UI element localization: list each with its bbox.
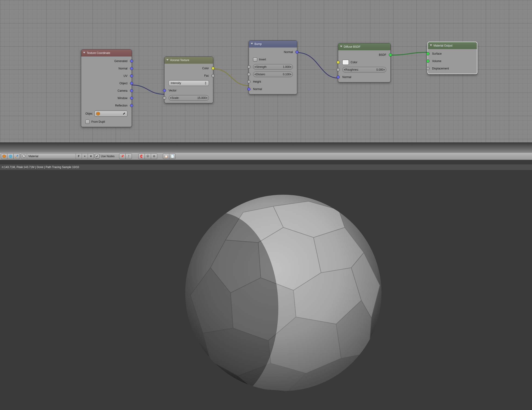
socket-in-normal[interactable]	[247, 88, 250, 91]
socket-in-strength[interactable]	[247, 65, 250, 68]
output-normal: Normal	[284, 50, 293, 54]
status-text: n:143.71M, Peak:143.71M | Done | Path Tr…	[2, 166, 79, 169]
node-title[interactable]: Texture Coordinate	[81, 49, 132, 57]
material-name[interactable]: Material	[27, 155, 76, 158]
fake-user-button[interactable]: F	[76, 154, 82, 159]
node-title[interactable]: Diffuse BSDF	[338, 43, 390, 50]
socket-out-camera[interactable]	[130, 89, 133, 92]
input-normal: Normal	[253, 88, 262, 91]
input-normal: Normal	[342, 76, 351, 79]
from-dupli-checkbox[interactable]	[85, 120, 89, 124]
distance-label: Distanc	[256, 73, 273, 76]
input-surface: Surface	[432, 52, 442, 55]
socket-out-normal[interactable]	[130, 67, 133, 70]
status-bar: n:143.71M, Peak:143.71M | Done | Path Tr…	[0, 164, 532, 170]
object-mode-icon[interactable]	[1, 154, 7, 159]
node-title[interactable]: Bump	[249, 40, 297, 48]
distance-field[interactable]: Distanc 0.100	[253, 71, 293, 77]
invert-label: Invert	[259, 58, 266, 61]
paste-icon[interactable]: 📄	[169, 154, 176, 159]
socket-in-color[interactable]	[337, 61, 340, 64]
render-preview-sphere	[183, 192, 384, 394]
socket-in-vector[interactable]	[163, 89, 166, 92]
output-generated: Generated	[114, 59, 127, 63]
socket-out-normal[interactable]	[295, 50, 299, 54]
material-sphere-icon[interactable]	[21, 154, 27, 159]
socket-in-surface[interactable]	[426, 52, 429, 55]
scale-field-value: 15.000	[189, 96, 206, 99]
add-button[interactable]: +	[82, 154, 88, 159]
snap-icon[interactable]: 🧲	[138, 154, 145, 159]
node-voronoi-texture[interactable]: Voronoi Texture Color Fac Intensity ▲▼ V…	[164, 57, 213, 103]
socket-in-normal[interactable]	[337, 76, 340, 79]
node-title-label: Diffuse BSDF	[344, 45, 360, 48]
input-displacement: Displacement	[432, 67, 449, 70]
output-object: Object	[119, 82, 127, 85]
output-bsdf: BSDF	[379, 53, 386, 57]
socket-out-uv[interactable]	[130, 74, 133, 78]
color-swatch[interactable]	[342, 60, 349, 65]
output-normal: Normal	[118, 67, 127, 70]
output-color: Color	[202, 67, 209, 70]
node-title[interactable]: Voronoi Texture	[164, 57, 213, 64]
copy-icon[interactable]: 📋	[163, 154, 169, 159]
3d-viewport[interactable]	[0, 170, 532, 410]
node-texture-coordinate[interactable]: Texture Coordinate Generated Normal UV O…	[81, 49, 132, 127]
output-window: Window	[117, 97, 127, 100]
use-nodes-toggle[interactable]: Use Nodes	[95, 154, 114, 159]
roughness-label: Roughnes:	[345, 68, 364, 71]
socket-out-object[interactable]	[130, 82, 133, 85]
material-datablock[interactable]: Material F + ✕	[21, 154, 94, 159]
socket-in-roughness[interactable]	[337, 68, 340, 71]
socket-out-fac[interactable]	[211, 74, 215, 77]
invert-checkbox[interactable]	[253, 58, 257, 62]
input-vector: Vector	[169, 89, 177, 92]
output-reflection: Reflection	[115, 104, 127, 107]
world-icon[interactable]: 🌐	[7, 154, 14, 159]
eyedropper-icon[interactable]	[123, 112, 126, 116]
use-nodes-label: Use Nodes	[101, 155, 114, 158]
pin-icon[interactable]: 📌	[119, 154, 126, 159]
chevron-down-icon	[430, 44, 432, 46]
go-parent-icon[interactable]: ⤴	[125, 154, 132, 159]
from-dupli-label: From Dupli	[91, 120, 105, 123]
strength-label: Strength	[256, 65, 273, 68]
socket-out-bsdf[interactable]	[389, 53, 392, 57]
socket-in-volume[interactable]	[426, 59, 429, 63]
chevron-down-icon	[340, 46, 342, 47]
socket-out-color[interactable]	[211, 67, 215, 70]
svg-point-1	[23, 155, 24, 156]
socket-in-distance[interactable]	[247, 73, 250, 76]
chevron-down-icon	[83, 52, 85, 53]
unlink-button[interactable]: ✕	[88, 154, 94, 159]
scale-field-label: Scale:	[172, 96, 189, 99]
socket-in-scale[interactable]	[163, 96, 166, 99]
node-title-label: Voronoi Texture	[170, 59, 189, 62]
object-field[interactable]: Objec	[85, 111, 127, 117]
chevron-down-icon	[166, 59, 169, 61]
strength-field[interactable]: Strength 1.000	[253, 64, 293, 70]
updown-icon: ▲▼	[204, 81, 207, 85]
node-diffuse-bsdf[interactable]: Diffuse BSDF BSDF Color Roughnes: 0.000 …	[338, 43, 391, 82]
autosnap-icon[interactable]: ⚙	[151, 154, 157, 159]
scale-field[interactable]: Scale: 15.000	[169, 95, 209, 101]
socket-in-displacement[interactable]	[426, 67, 429, 70]
chevron-down-icon	[251, 43, 253, 44]
node-bump[interactable]: Bump Normal Invert Strength 1.000 Distan…	[249, 40, 297, 94]
coloring-dropdown[interactable]: Intensity ▲▼	[169, 80, 209, 86]
socket-out-window[interactable]	[130, 97, 133, 100]
snap-type-icon[interactable]: ⦿	[144, 154, 151, 159]
input-color-label: Color	[351, 61, 357, 64]
socket-out-generated[interactable]	[130, 59, 133, 63]
coloring-value: Intensity	[171, 81, 181, 85]
output-camera: Camera	[117, 89, 127, 92]
use-nodes-checkbox[interactable]	[95, 154, 99, 159]
editor-type-selector[interactable]: 🌐 🖌️	[1, 154, 20, 159]
node-material-output[interactable]: Material Output Surface Volume Displacem…	[428, 42, 477, 74]
node-editor[interactable]: Texture Coordinate Generated Normal UV O…	[0, 0, 532, 142]
socket-out-reflection[interactable]	[130, 104, 133, 107]
node-title[interactable]: Material Output	[428, 42, 477, 49]
roughness-field[interactable]: Roughnes: 0.000	[342, 67, 386, 72]
brush-icon[interactable]: 🖌️	[13, 154, 20, 159]
socket-in-height[interactable]	[247, 80, 250, 83]
